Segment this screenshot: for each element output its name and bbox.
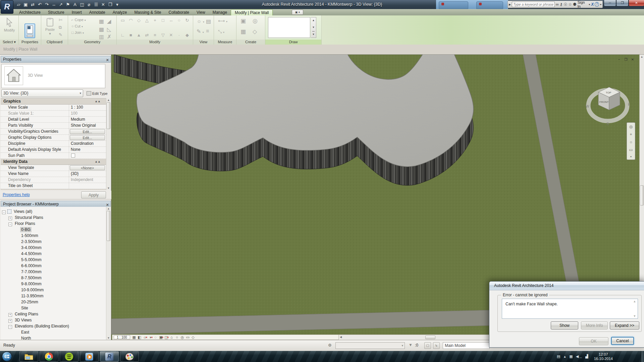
modify-tool-icon[interactable]: ○	[175, 17, 183, 24]
qat-icon[interactable]: ❐	[107, 2, 113, 7]
editable-only-toggle[interactable]: ▢	[424, 342, 431, 349]
tree-item-label[interactable]: 4-4.500mm	[20, 251, 43, 256]
sign-in-button[interactable]: Sign In	[578, 0, 588, 8]
legend-component-icon[interactable]: ▣	[240, 17, 246, 24]
view-control-icon[interactable]: ▭	[185, 335, 191, 340]
properties-close-icon[interactable]: ✕	[106, 57, 109, 63]
printer-tray-icon[interactable]: ▤	[557, 354, 560, 359]
worksets-dropdown[interactable]: ▾	[335, 342, 405, 349]
expand-button[interactable]: Expand >>	[610, 321, 639, 329]
dimension-icon[interactable]: ⤡ ▾	[218, 29, 224, 35]
modify-tool-icon[interactable]: ▲	[135, 32, 143, 39]
modify-tool-icon[interactable]: ↔	[167, 17, 175, 24]
error-dialog-title[interactable]: Autodesk Revit Architecture 2014	[489, 282, 644, 290]
view-control-icon[interactable]: ◎	[180, 335, 185, 340]
tree-item[interactable]: Views (all)	[1, 208, 106, 215]
start-button[interactable]	[2, 352, 12, 361]
tree-item[interactable]: 6-6.000mm	[1, 263, 106, 269]
tree-item[interactable]: 0-BG	[1, 227, 106, 233]
search-input[interactable]	[512, 2, 555, 7]
help-dropdown-icon[interactable]: ▾	[600, 3, 601, 6]
property-row[interactable]: Graphics ▲▲	[1, 99, 106, 105]
ribbon-tab[interactable]: Massing & Site	[130, 9, 165, 15]
scroll-down-icon[interactable]: ▼	[106, 187, 111, 190]
tree-item-label[interactable]: 5-5.000mm	[20, 257, 43, 262]
navbar-expand-icon[interactable]: ▾	[630, 155, 632, 158]
qat-icon[interactable]: ↶	[37, 2, 43, 7]
tree-expander-icon[interactable]	[8, 223, 12, 226]
similar-icon[interactable]: ▦	[240, 28, 246, 35]
property-row[interactable]: View Template <None> <None> ▲▲	[1, 165, 106, 171]
tree-item-label[interactable]: Elevations (Building Elevation)	[14, 323, 70, 329]
tree-item-label[interactable]: 8-7.500mm	[20, 275, 43, 281]
tree-item[interactable]: Ceiling Plans	[1, 311, 106, 317]
paste-button[interactable]: Paste ▾	[44, 17, 56, 36]
modify-tool-icon[interactable]: ◠	[127, 17, 135, 24]
modify-tool-button[interactable]: Modify	[2, 17, 17, 32]
view-control-icon[interactable]: ⌂	[169, 335, 174, 340]
taskbar-clock[interactable]: 12:07 16-10-2014	[594, 352, 613, 361]
qat-icon[interactable]: ◫	[79, 2, 85, 7]
view-control-icon[interactable]: ◧	[137, 335, 142, 340]
section-collapse-icon[interactable]: ▲▲	[95, 189, 101, 190]
geometry-tool[interactable]: ○ Cut ▾	[71, 24, 116, 28]
scroll-up-icon[interactable]: ▲	[633, 300, 636, 303]
property-row[interactable]: Dependency Independent Independent ▲▲	[1, 177, 106, 183]
property-value[interactable]: 1 : 100	[69, 105, 106, 110]
show-hidden-icons[interactable]: ▲	[563, 355, 566, 358]
exchange-apps-icon[interactable]: X	[591, 2, 594, 7]
property-row[interactable]: Scale Value 1: 100 100 ▲▲	[1, 111, 106, 117]
tree-item[interactable]: 8-7.500mm	[1, 275, 106, 281]
qat-icon[interactable]: ⌀	[86, 2, 92, 7]
show-button[interactable]: Show	[551, 321, 578, 329]
restore-button[interactable]: ❐	[616, 0, 629, 6]
scroll-thumb[interactable]	[107, 211, 110, 241]
tree-item-label[interactable]: 0-BG	[20, 227, 32, 232]
view-control-icon[interactable]: ◇	[191, 335, 196, 340]
tree-item-label[interactable]: 9-8.000mm	[20, 281, 43, 287]
scroll-down-icon[interactable]: ▼	[633, 314, 636, 318]
ribbon-tab[interactable]: Structure	[44, 9, 68, 15]
design-option-dropdown[interactable]: Main Model	[443, 342, 490, 349]
property-row[interactable]: Sun Path ▲▲	[1, 153, 106, 159]
modify-tool-icon[interactable]: ▭	[119, 17, 127, 24]
tree-item[interactable]: 11-3.950mm	[1, 293, 106, 299]
property-row[interactable]: Graphic Display Options Edit... Edit... …	[1, 135, 106, 141]
modify-tool-icon[interactable]: ◆	[183, 32, 191, 39]
compass-west-label[interactable]: W	[586, 104, 589, 108]
tree-item[interactable]: 1-500mm	[1, 233, 106, 239]
display-tray-icon[interactable]: ▦	[569, 354, 573, 359]
ribbon-tab[interactable]: Modify | Place Wall	[231, 9, 273, 15]
tree-item-label[interactable]: 1-500mm	[20, 233, 39, 238]
steering-wheel-icon[interactable]: ◎	[629, 124, 633, 129]
zoom-icon[interactable]: ○	[630, 140, 632, 144]
tree-item-label[interactable]: Site	[20, 305, 29, 311]
property-row[interactable]: View Scale 1 : 100 1 : 100 ▲▲	[1, 105, 106, 111]
draw-gallery[interactable]	[268, 17, 310, 38]
qat-icon[interactable]: ▣	[22, 2, 29, 7]
sign-in-dropdown-icon[interactable]: ▾	[589, 3, 590, 6]
tree-expander-icon[interactable]	[2, 210, 6, 214]
view-restore-icon[interactable]: ❐	[623, 58, 629, 61]
property-value[interactable]: Medium	[69, 117, 106, 122]
modify-tool-icon[interactable]: ↻	[183, 17, 191, 24]
modify-tool-icon[interactable]: □	[159, 17, 167, 24]
property-value[interactable]: None	[69, 147, 106, 153]
tree-item-label[interactable]: 7-7.000mm	[20, 269, 43, 275]
qat-icon[interactable]: ✕	[100, 2, 106, 7]
property-edit-button[interactable]: <None>	[70, 165, 105, 170]
modify-tool-icon[interactable]: ⇄	[143, 32, 151, 39]
section-collapse-icon[interactable]: ▲▲	[95, 159, 101, 165]
properties-scrollbar[interactable]: ▲ ▼	[106, 98, 111, 190]
modify-tool-icon[interactable]: △	[143, 17, 151, 24]
viewcube[interactable]: W E S TOP FRONT	[583, 79, 637, 129]
ribbon-tab[interactable]: View	[193, 9, 209, 15]
project-browser-header[interactable]: Project Browser - KMMontwerp ✕	[1, 201, 111, 207]
qat-icon[interactable]: A	[72, 2, 78, 7]
view-control-icon[interactable]: ▣	[158, 335, 164, 340]
tree-expander-icon[interactable]	[8, 313, 12, 317]
geometry-tool[interactable]: □ Join ▾	[71, 31, 116, 35]
select-toggle[interactable]: ↳	[433, 342, 440, 349]
tree-item-label[interactable]: Ceiling Plans	[14, 311, 39, 317]
tree-item[interactable]: 9-8.000mm	[1, 281, 106, 287]
